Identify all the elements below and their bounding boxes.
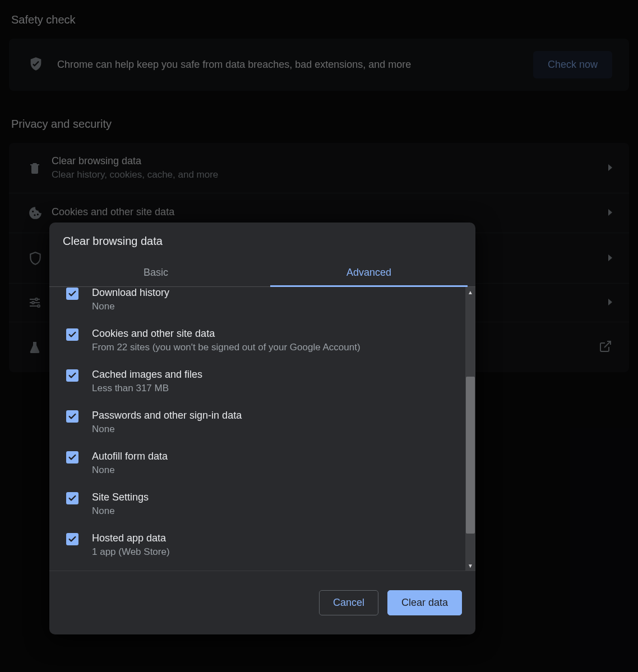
scrollbar-down-arrow-icon[interactable]: ▼ (465, 560, 475, 571)
checkmark-icon (66, 369, 78, 382)
clear-data-item-texts: Autofill form dataNone (92, 451, 168, 476)
clear-data-item-texts: Hosted app data1 app (Web Store) (92, 532, 170, 558)
clear-data-item-texts: Download historyNone (92, 287, 169, 312)
checkbox[interactable] (66, 328, 78, 353)
checkmark-icon (66, 533, 78, 545)
checkbox[interactable] (66, 288, 78, 312)
clear-data-button[interactable]: Clear data (387, 590, 462, 615)
dialog-title: Clear browsing data (49, 223, 475, 261)
scrollbar-thumb[interactable] (466, 377, 475, 534)
clear-data-item-title: Hosted app data (92, 532, 170, 544)
clear-data-item-title: Site Settings (92, 492, 149, 503)
checkmark-icon (66, 492, 78, 504)
clear-data-item-title: Passwords and other sign-in data (92, 410, 242, 421)
clear-data-item-subtitle: Less than 317 MB (92, 383, 202, 394)
tab-advanced[interactable]: Advanced (262, 261, 475, 286)
clear-data-item-subtitle: None (92, 301, 169, 312)
clear-data-item-subtitle: None (92, 424, 242, 435)
clear-data-item-title: Autofill form data (92, 451, 168, 462)
clear-data-item-texts: Passwords and other sign-in dataNone (92, 410, 242, 435)
scrollbar[interactable]: ▲ ▼ (465, 287, 475, 571)
checkbox[interactable] (66, 492, 78, 517)
checkbox[interactable] (66, 451, 78, 476)
checkbox[interactable] (66, 410, 78, 435)
clear-data-item: Autofill form dataNone (66, 443, 455, 484)
clear-browsing-data-dialog: Clear browsing data Basic Advanced Downl… (49, 223, 475, 634)
clear-data-item: Cached images and filesLess than 317 MB (66, 361, 455, 402)
clear-data-item-subtitle: None (92, 465, 168, 476)
clear-data-item-title: Download history (92, 287, 169, 299)
dialog-footer: Cancel Clear data (49, 571, 475, 634)
clear-data-item-subtitle: None (92, 506, 149, 517)
checkbox[interactable] (66, 369, 78, 394)
clear-data-item-subtitle: From 22 sites (you won't be signed out o… (92, 342, 360, 353)
clear-data-item-texts: Cookies and other site dataFrom 22 sites… (92, 328, 360, 353)
clear-data-item: Hosted app data1 app (Web Store) (66, 525, 455, 566)
clear-data-item: Passwords and other sign-in dataNone (66, 402, 455, 443)
clear-data-item: Cookies and other site dataFrom 22 sites… (66, 320, 455, 361)
checkmark-icon (66, 328, 78, 341)
clear-data-item-texts: Site SettingsNone (92, 492, 149, 517)
clear-data-item-subtitle: 1 app (Web Store) (92, 546, 170, 558)
clear-data-item-title: Cached images and files (92, 369, 202, 381)
tab-basic[interactable]: Basic (49, 261, 262, 286)
dialog-list-viewport: Download historyNoneCookies and other si… (49, 287, 475, 571)
checkbox[interactable] (66, 533, 78, 558)
clear-data-item-title: Cookies and other site data (92, 328, 360, 340)
clear-data-item-texts: Cached images and filesLess than 317 MB (92, 369, 202, 394)
checkmark-icon (66, 451, 78, 464)
cancel-button[interactable]: Cancel (319, 590, 378, 615)
clear-data-item: Site SettingsNone (66, 484, 455, 525)
clear-data-item: Download historyNone (66, 287, 455, 320)
scrollbar-up-arrow-icon[interactable]: ▲ (465, 287, 475, 297)
checkmark-icon (66, 410, 78, 423)
dialog-list: Download historyNoneCookies and other si… (49, 287, 465, 571)
dialog-tabs: Basic Advanced (49, 261, 475, 287)
checkmark-icon (66, 288, 78, 300)
